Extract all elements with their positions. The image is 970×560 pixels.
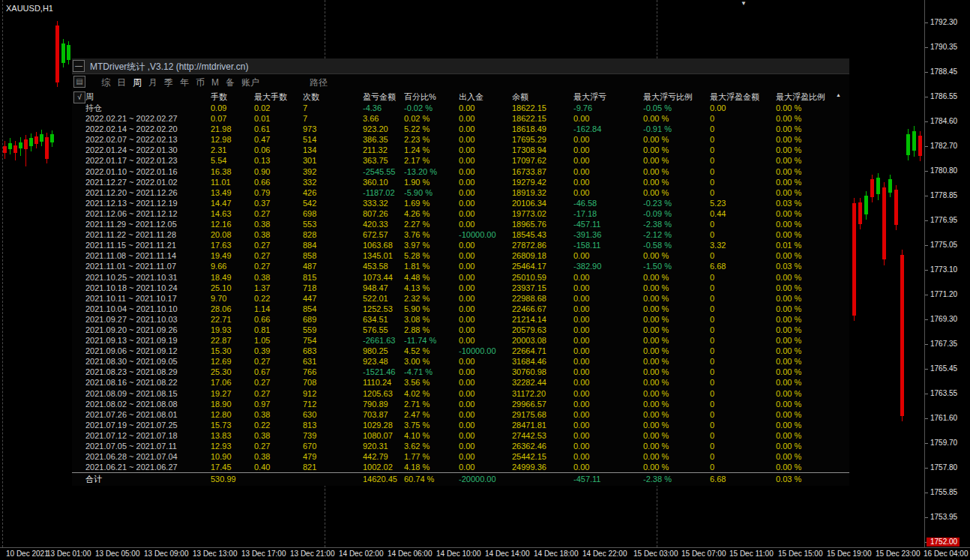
cell: 16733.87 bbox=[512, 166, 573, 177]
cell: 0.38 bbox=[254, 219, 303, 229]
cell: -46.58 bbox=[573, 198, 643, 208]
cell: 0.00 % bbox=[643, 420, 710, 430]
cell: 11.01 bbox=[211, 177, 254, 187]
candle-body bbox=[19, 142, 22, 148]
price-tick bbox=[925, 319, 928, 320]
cell: 0.00 % bbox=[643, 356, 710, 367]
cell: -0.02 % bbox=[404, 103, 459, 113]
panel-titlebar[interactable]: — MTDriver统计 ,V3.12 (http://mtdriver.cn) bbox=[72, 58, 849, 74]
time-label: 13 Dec 05:00 bbox=[95, 550, 140, 558]
cell: 0.00 bbox=[459, 399, 512, 409]
table-row: 2021.08.16 ~ 2021.08.2217.060.277081110.… bbox=[72, 377, 849, 388]
cell: 1002.02 bbox=[363, 462, 404, 472]
row-label: 2021.12.27 ~ 2022.01.02 bbox=[85, 177, 211, 187]
cell: 0 bbox=[710, 219, 776, 229]
price-label: 1753.95 bbox=[930, 513, 957, 522]
menu-item-综[interactable]: 综 bbox=[101, 76, 110, 89]
cell: 0.38 bbox=[254, 430, 303, 441]
table-row: 2021.11.08 ~ 2021.11.1419.490.278581345.… bbox=[72, 250, 849, 261]
candle-body bbox=[852, 203, 856, 316]
cell: 5.54 bbox=[211, 155, 254, 166]
cell: 0.00 % bbox=[776, 293, 849, 304]
cell: 0.01 bbox=[254, 113, 303, 124]
cell: 1.90 % bbox=[404, 177, 459, 187]
time-label: 15 Dec 19:00 bbox=[827, 550, 872, 558]
candle-body bbox=[888, 179, 892, 193]
cell: 0.00 % bbox=[643, 177, 710, 187]
price-tick bbox=[925, 270, 928, 271]
cell: 10.90 bbox=[211, 451, 254, 462]
cell: 4.02 % bbox=[404, 388, 459, 399]
price-axis[interactable]: 1792.301790.351788.451786.551784.601782.… bbox=[925, 0, 970, 547]
menu-item-币[interactable]: 币 bbox=[196, 76, 205, 89]
menu-item-月[interactable]: 月 bbox=[148, 76, 157, 89]
cell: 0.00 bbox=[459, 462, 512, 472]
cell: -2.12 % bbox=[643, 229, 710, 240]
cell: 0.27 bbox=[254, 377, 303, 388]
table-row: 2022.02.14 ~ 2022.02.2021.980.61973923.2… bbox=[72, 124, 849, 134]
cell: -20000.00 bbox=[459, 473, 512, 486]
menu-item-路径[interactable]: 路径 bbox=[310, 76, 328, 89]
cell: 712 bbox=[303, 399, 363, 409]
cell: 4.10 % bbox=[404, 430, 459, 441]
cell: 3.76 % bbox=[404, 229, 459, 240]
cell: 0.79 bbox=[254, 187, 303, 198]
time-label: 14 Dec 18:00 bbox=[534, 550, 579, 558]
cell: 0.00 bbox=[573, 409, 643, 420]
table-row: 2022.01.24 ~ 2022.01.302.310.06134211.32… bbox=[72, 145, 849, 155]
panel-move-icon[interactable]: ▤ bbox=[73, 76, 85, 88]
cell: 0.00 bbox=[573, 272, 643, 283]
row-label: 2021.11.29 ~ 2021.12.05 bbox=[85, 219, 211, 229]
cell: 0.00 % bbox=[776, 166, 849, 177]
cell: 0.00 bbox=[459, 430, 512, 441]
cell: 920.31 bbox=[363, 441, 404, 451]
cell: 0.00 % bbox=[643, 134, 710, 145]
minimize-button[interactable]: — bbox=[73, 60, 85, 72]
cell: 6.68 bbox=[710, 473, 776, 486]
cell: 0.00 bbox=[573, 335, 643, 346]
price-tick bbox=[925, 196, 928, 196]
cell: 0.27 bbox=[254, 261, 303, 271]
cell: 0.00 bbox=[459, 261, 512, 271]
cell: 15.30 bbox=[211, 346, 254, 356]
cell: 0.00 bbox=[573, 399, 643, 409]
cell: 0.81 bbox=[254, 325, 303, 335]
cell: 0.00 bbox=[459, 409, 512, 420]
menu-item-M[interactable]: M bbox=[211, 77, 219, 88]
cell: 0.00 % bbox=[643, 388, 710, 399]
cell: 0.00 % bbox=[776, 208, 849, 219]
row-label: 2021.06.28 ~ 2021.07.04 bbox=[85, 451, 211, 462]
cell: 0.03 % bbox=[776, 198, 849, 208]
candle-body bbox=[870, 179, 874, 197]
candle-body bbox=[45, 137, 49, 159]
cell: 0.06 bbox=[254, 145, 303, 155]
cell: 28471.81 bbox=[512, 420, 573, 430]
menu-item-周[interactable]: 周 bbox=[133, 76, 142, 89]
price-tick bbox=[925, 344, 928, 345]
scroll-up-icon[interactable]: ▲ bbox=[836, 92, 841, 97]
cell: 13.49 bbox=[211, 187, 254, 198]
cell: 20.08 bbox=[211, 229, 254, 240]
candle-body bbox=[29, 138, 33, 146]
cell: 0.00 % bbox=[643, 462, 710, 472]
menu-item-年[interactable]: 年 bbox=[180, 76, 189, 89]
menu-item-账户[interactable]: 账户 bbox=[241, 76, 259, 89]
menu-item-季[interactable]: 季 bbox=[164, 76, 173, 89]
check-icon[interactable]: √ bbox=[73, 91, 85, 103]
column-header: 余额 bbox=[512, 91, 573, 103]
row-label: 2021.08.30 ~ 2021.09.05 bbox=[85, 356, 211, 367]
time-marker-icon: ▼ bbox=[741, 1, 747, 7]
cell: 26809.18 bbox=[512, 250, 573, 261]
cell: 20106.34 bbox=[512, 198, 573, 208]
cell: -382.90 bbox=[573, 261, 643, 271]
cell: 884 bbox=[303, 240, 363, 250]
time-axis[interactable]: 10 Dec 202113 Dec 01:0013 Dec 05:0013 De… bbox=[0, 547, 970, 560]
cell: 0.00 bbox=[573, 367, 643, 377]
time-label: 13 Dec 01:00 bbox=[46, 550, 91, 558]
cell: 0.00 bbox=[459, 240, 512, 250]
cell: 0.44 bbox=[710, 208, 776, 219]
menu-item-日[interactable]: 日 bbox=[117, 76, 126, 89]
cell: -17.18 bbox=[573, 208, 643, 219]
menu-item-备[interactable]: 备 bbox=[226, 76, 235, 89]
cell: 0 bbox=[710, 325, 776, 335]
